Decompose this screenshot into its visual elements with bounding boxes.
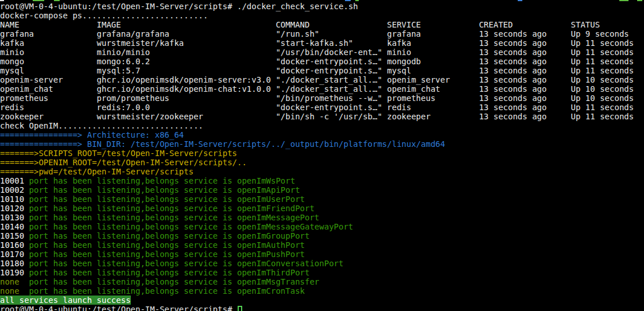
port-number: 10002 <box>0 185 29 195</box>
port-message: port has been listening,belongs service … <box>29 185 300 195</box>
table-header-row: NAME IMAGE COMMAND SERVICE CREATED STATU… <box>0 20 644 29</box>
env-line-text: ================> BIN_DIR: /test/Open-IM… <box>0 139 445 149</box>
table-row-text: zookeeper wurstmeister/zookeeper "/bin/s… <box>0 112 634 121</box>
env-line-text: =======>OPENIM_ROOT=/test/Open-IM-Server… <box>0 158 247 167</box>
clipped-text-fragment <box>54 0 60 1</box>
table-row: grafana grafana/grafana "/run.sh" grafan… <box>0 29 644 38</box>
prompt-space <box>232 2 237 11</box>
check-openim-line: check OpenIM............................… <box>0 121 644 130</box>
env-info-lines: ================> Architecture: x86_64==… <box>0 130 644 176</box>
env-line: =======>pwd=/test/Open-IM-Server/scripts <box>0 167 644 176</box>
clipped-text-fragment <box>619 0 629 1</box>
table-row: openim_chat ghcr.io/openimsdk/openim-cha… <box>0 84 644 94</box>
port-line: 10002 port has been listening,belongs se… <box>0 185 644 195</box>
docker-ps-table: NAME IMAGE COMMAND SERVICE CREATED STATU… <box>0 20 644 121</box>
table-header-text: NAME IMAGE COMMAND SERVICE CREATED STATU… <box>0 20 600 29</box>
port-message: port has been listening,belongs service … <box>29 240 305 250</box>
table-row: redis redis:7.0.0 "docker-entrypoint.s…"… <box>0 103 644 112</box>
port-message: port has been listening,belongs service … <box>29 259 344 268</box>
table-row: mysql mysql:5.7 "docker-entrypoint.s…" m… <box>0 66 644 75</box>
env-line-text: ================> Architecture: x86_64 <box>0 130 184 139</box>
table-row-text: openim-server ghcr.io/openimsdk/openim-s… <box>0 75 634 84</box>
port-message: port has been listening,belongs service … <box>29 286 305 296</box>
table-row: prometheus prom/prometheus "/bin/prometh… <box>0 94 644 103</box>
table-row-text: prometheus prom/prometheus "/bin/prometh… <box>0 94 634 103</box>
port-number: 10140 <box>0 222 29 231</box>
port-number: 10190 <box>0 268 29 277</box>
clipped-text-fragment <box>0 0 4 1</box>
port-line: 10001 port has been listening,belongs se… <box>0 176 644 185</box>
port-message: port has been listening,belongs service … <box>29 222 354 231</box>
table-row: zookeeper wurstmeister/zookeeper "/bin/s… <box>0 112 644 121</box>
port-listening-lines: 10001 port has been listening,belongs se… <box>0 176 644 296</box>
port-number: 10110 <box>0 195 29 204</box>
port-number: none <box>0 286 29 296</box>
table-row-text: kafka wurstmeister/kafka "start-kafka.sh… <box>0 38 634 48</box>
port-line: 10150 port has been listening,belongs se… <box>0 231 644 240</box>
table-row-text: redis redis:7.0.0 "docker-entrypoint.s…"… <box>0 103 634 112</box>
port-line: 10170 port has been listening,belongs se… <box>0 250 644 259</box>
compose-progress-line: docker-compose ps.......................… <box>0 11 644 20</box>
table-row-text: mongo mongo:6.0.2 "docker-entrypoint.s…"… <box>0 57 634 66</box>
port-message: port has been listening,belongs service … <box>29 268 310 277</box>
env-line: ================> Architecture: x86_64 <box>0 130 644 139</box>
clipped-text-fragment <box>355 0 359 1</box>
success-line: all services launch success <box>0 296 644 305</box>
clipped-text-fragment <box>637 0 642 1</box>
command-text: ./docker_check_service.sh <box>237 2 358 11</box>
clipped-text-fragment <box>33 0 44 1</box>
port-number: 10130 <box>0 213 29 222</box>
success-highlight: all services launch success <box>0 296 131 305</box>
port-number: 10170 <box>0 250 29 259</box>
port-message: port has been listening,belongs service … <box>29 195 305 204</box>
prompt: root@VM-0-4-ubuntu:/test/Open-IM-Server/… <box>0 305 232 311</box>
env-line-text: =======>SCRIPTS_ROOT=/test/Open-IM-Serve… <box>0 149 237 158</box>
prompt-line: root@VM-0-4-ubuntu:/test/Open-IM-Server/… <box>0 2 644 11</box>
port-number: 10150 <box>0 231 29 240</box>
table-row-text: openim_chat ghcr.io/openimsdk/openim-cha… <box>0 84 634 94</box>
clipped-text-fragment <box>345 0 351 1</box>
table-row: mongo mongo:6.0.2 "docker-entrypoint.s…"… <box>0 57 644 66</box>
port-line: none port has been listening,belongs ser… <box>0 286 644 296</box>
port-line: 10190 port has been listening,belongs se… <box>0 268 644 277</box>
port-line: 10130 port has been listening,belongs se… <box>0 213 644 222</box>
prompt: root@VM-0-4-ubuntu:/test/Open-IM-Server/… <box>0 2 232 11</box>
port-message: port has been listening,belongs service … <box>29 204 315 213</box>
env-line-text: =======>pwd=/test/Open-IM-Server/scripts <box>0 167 193 176</box>
prompt-space <box>232 305 237 311</box>
port-message: port has been listening,belongs service … <box>29 277 320 286</box>
clipped-text-fragment <box>518 0 522 1</box>
terminal-window[interactable]: root@VM-0-4-ubuntu:/test/Open-IM-Server/… <box>0 0 644 311</box>
env-line: ================> BIN_DIR: /test/Open-IM… <box>0 139 644 149</box>
port-line: 10140 port has been listening,belongs se… <box>0 222 644 231</box>
port-line: none port has been listening,belongs ser… <box>0 277 644 286</box>
port-line: 10180 port has been listening,belongs se… <box>0 259 644 268</box>
table-row: kafka wurstmeister/kafka "start-kafka.sh… <box>0 38 644 48</box>
table-row: minio minio/minio "/usr/bin/docker-ent…"… <box>0 48 644 57</box>
port-message: port has been listening,belongs service … <box>29 250 305 259</box>
port-message: port has been listening,belongs service … <box>29 176 296 185</box>
env-line: =======>SCRIPTS_ROOT=/test/Open-IM-Serve… <box>0 149 644 158</box>
port-line: 10110 port has been listening,belongs se… <box>0 195 644 204</box>
port-message: port has been listening,belongs service … <box>29 213 320 222</box>
port-line: 10160 port has been listening,belongs se… <box>0 240 644 250</box>
port-message: port has been listening,belongs service … <box>29 231 310 240</box>
table-row: openim-server ghcr.io/openimsdk/openim-s… <box>0 75 644 84</box>
table-row-text: minio minio/minio "/usr/bin/docker-ent…"… <box>0 48 634 57</box>
port-number: 10180 <box>0 259 29 268</box>
port-number: 10120 <box>0 204 29 213</box>
env-line: =======>OPENIM_ROOT=/test/Open-IM-Server… <box>0 158 644 167</box>
table-row-text: grafana grafana/grafana "/run.sh" grafan… <box>0 29 629 38</box>
terminal-cursor[interactable] <box>238 306 242 311</box>
port-line: 10120 port has been listening,belongs se… <box>0 204 644 213</box>
port-number: none <box>0 277 29 286</box>
final-prompt-line: root@VM-0-4-ubuntu:/test/Open-IM-Server/… <box>0 305 644 311</box>
table-row-text: mysql mysql:5.7 "docker-entrypoint.s…" m… <box>0 66 634 75</box>
port-number: 10160 <box>0 240 29 250</box>
port-number: 10001 <box>0 176 29 185</box>
